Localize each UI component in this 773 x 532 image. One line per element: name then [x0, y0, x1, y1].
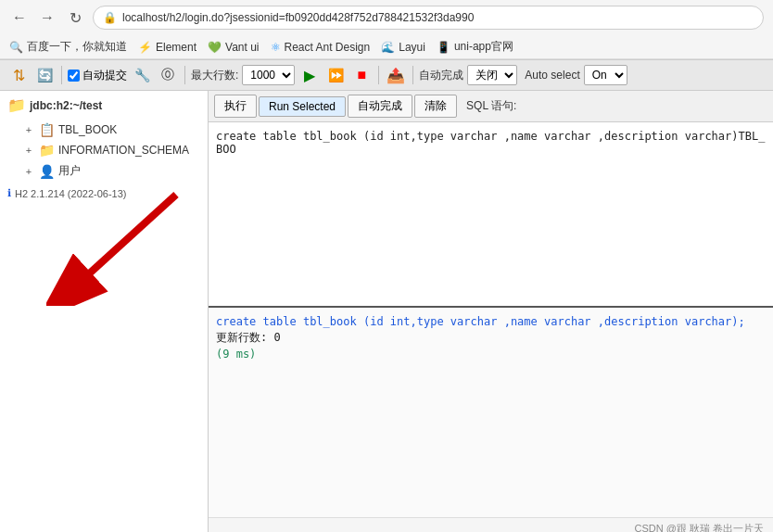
- run-selected-btn[interactable]: Run Selected: [259, 96, 346, 117]
- auto-select-select[interactable]: On Off: [584, 65, 627, 85]
- address-bar[interactable]: 🔒 localhost/h2/login.do?jsessionid=fb092…: [93, 6, 764, 30]
- db-icon: 📁: [7, 96, 26, 114]
- result-line-1: create table tbl_book (id int,type varch…: [216, 315, 766, 328]
- max-rows-select[interactable]: 1000 100 500 2000 5000: [242, 65, 295, 85]
- auto-submit-label: 自动提交: [82, 68, 127, 83]
- app-toolbar: ⇅ 🔄 自动提交 🔧 ⓪ 最大行数: 1000 100 500 2000 500…: [0, 60, 773, 91]
- db-header: 📁 jdbc:h2:~/test: [0, 91, 208, 120]
- bookmark-layui[interactable]: 🌊 Layui: [381, 41, 425, 54]
- element-icon: ⚡: [138, 41, 152, 54]
- bookmark-vant[interactable]: 💚 Vant ui: [208, 41, 259, 54]
- auto-select-label: Auto select: [525, 69, 579, 82]
- bookmark-vant-label: Vant ui: [225, 41, 259, 54]
- react-icon: ⚛: [271, 41, 281, 54]
- refresh-button[interactable]: ↻: [65, 7, 85, 28]
- lock-icon: 🔒: [103, 11, 117, 24]
- bookmarks-bar: 🔍 百度一下，你就知道 ⚡ Element 💚 Vant ui ⚛ React …: [0, 35, 773, 59]
- bookmark-element[interactable]: ⚡ Element: [138, 41, 196, 54]
- vant-icon: 💚: [208, 41, 222, 54]
- result-line-3: (9 ms): [216, 348, 766, 361]
- layui-icon: 🌊: [381, 41, 395, 54]
- auto-submit-input[interactable]: [68, 70, 80, 82]
- forward-button[interactable]: →: [37, 7, 57, 28]
- left-panel: 📁 jdbc:h2:~/test + 📋 TBL_BOOK + 📁 INFORM…: [0, 91, 209, 532]
- sort-icon-btn[interactable]: ⇅: [7, 64, 30, 86]
- bookmark-baidu[interactable]: 🔍 百度一下，你就知道: [9, 39, 127, 55]
- tbl-book-icon: 📋: [39, 122, 55, 137]
- expand-users[interactable]: +: [22, 165, 35, 178]
- auto-submit-checkbox[interactable]: 自动提交: [68, 68, 127, 83]
- sql-editor[interactable]: create table tbl_book (id int,type varch…: [209, 122, 773, 308]
- info-icon: ℹ: [7, 187, 11, 199]
- tbl-book-label: TBL_BOOK: [58, 123, 117, 136]
- bookmark-react-ant[interactable]: ⚛ React Ant Design: [271, 41, 371, 54]
- version-info: ℹ H2 2.1.214 (2022-06-13): [0, 182, 208, 205]
- export-btn[interactable]: 📤: [385, 64, 407, 86]
- auto-complete-toolbar-label: 自动完成: [419, 68, 463, 83]
- info-schema-label: INFORMATION_SCHEMA: [58, 144, 189, 157]
- expand-tbl-book[interactable]: +: [22, 123, 35, 136]
- sql-content: create table tbl_book (id int,type varch…: [216, 130, 766, 156]
- right-panel: 执行 Run Selected 自动完成 清除 SQL 语句: create t…: [209, 91, 773, 532]
- bookmark-react-ant-label: React Ant Design: [285, 41, 371, 54]
- separator-1: [61, 66, 62, 84]
- tree-item-users[interactable]: + 👤 用户: [15, 160, 208, 182]
- separator-4: [412, 66, 413, 84]
- clear-btn[interactable]: 清除: [414, 95, 457, 118]
- baidu-icon: 🔍: [9, 41, 23, 54]
- run-all-btn[interactable]: ⏩: [324, 64, 347, 86]
- tree-item-tbl-book[interactable]: + 📋 TBL_BOOK: [15, 120, 208, 140]
- execute-btn[interactable]: 执行: [214, 95, 257, 118]
- bookmark-baidu-label: 百度一下，你就知道: [27, 39, 127, 55]
- users-icon: 👤: [39, 164, 55, 179]
- refresh-db-btn[interactable]: 🔄: [33, 64, 56, 86]
- tool-btn-3[interactable]: 🔧: [131, 64, 153, 86]
- sql-label: SQL 语句:: [466, 98, 516, 114]
- sql-toolbar: 执行 Run Selected 自动完成 清除 SQL 语句:: [209, 91, 773, 122]
- separator-2: [184, 66, 185, 84]
- auto-complete-btn[interactable]: 自动完成: [348, 95, 412, 118]
- result-line-2: 更新行数: 0: [216, 330, 766, 346]
- db-label: jdbc:h2:~/test: [30, 99, 102, 112]
- url-text: localhost/h2/login.do?jsessionid=fb0920d…: [122, 11, 474, 24]
- bookmark-uni-app-label: uni-app官网: [454, 39, 513, 55]
- bookmark-element-label: Element: [156, 41, 196, 54]
- main-layout: 📁 jdbc:h2:~/test + 📋 TBL_BOOK + 📁 INFORM…: [0, 91, 773, 532]
- run-green-btn[interactable]: ▶: [298, 64, 321, 86]
- tree-item-info-schema[interactable]: + 📁 INFORMATION_SCHEMA: [15, 140, 208, 160]
- max-rows-label: 最大行数:: [191, 68, 238, 83]
- expand-info-schema[interactable]: +: [22, 144, 35, 157]
- info-schema-icon: 📁: [39, 143, 55, 158]
- uni-app-icon: 📱: [437, 41, 450, 54]
- users-label: 用户: [58, 163, 81, 179]
- result-area: create table tbl_book (id int,type varch…: [209, 308, 773, 517]
- bookmark-layui-label: Layui: [399, 41, 425, 54]
- auto-complete-select[interactable]: 关闭 开启: [467, 65, 517, 85]
- version-text: H2 2.1.214 (2022-06-13): [15, 188, 126, 199]
- tool-btn-4[interactable]: ⓪: [157, 64, 179, 86]
- footer: CSDN @跟 耿瑞 卷出一片天: [209, 517, 773, 532]
- back-button[interactable]: ←: [9, 7, 30, 28]
- tree-root: + 📋 TBL_BOOK + 📁 INFORMATION_SCHEMA + 👤 …: [0, 120, 208, 182]
- svg-line-1: [74, 195, 176, 287]
- watermark-text: CSDN @跟 耿瑞 卷出一片天: [634, 523, 764, 532]
- stop-btn[interactable]: ■: [350, 64, 373, 86]
- separator-3: [378, 66, 379, 84]
- bookmark-uni-app[interactable]: 📱 uni-app官网: [437, 39, 513, 55]
- nav-bar: ← → ↻ 🔒 localhost/h2/login.do?jsessionid…: [0, 0, 773, 35]
